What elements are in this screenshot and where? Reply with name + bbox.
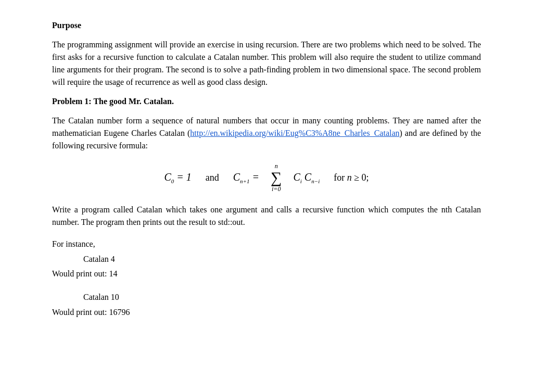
- example1-output: Would print out: 14: [52, 267, 481, 282]
- write-program-paragraph: Write a program called Catalan which tak…: [52, 204, 481, 229]
- purpose-paragraph: The programming assignment will provide …: [52, 39, 481, 88]
- catalan-formula: C0 = 1 and Cn+1 = n ∑ i=0 Ci Cn−i for n …: [52, 162, 481, 193]
- formula-cn1: Cn+1 =: [233, 171, 259, 184]
- catalan-wikipedia-link[interactable]: http://en.wikipedia.org/wiki/Eug%C3%A8ne…: [190, 129, 399, 137]
- example2-output: Would print out: 16796: [52, 305, 481, 320]
- problem1-title: Problem 1: The good Mr. Catalan.: [52, 97, 481, 106]
- purpose-title: Purpose: [52, 21, 481, 30]
- for-instance-label: For instance,: [52, 237, 481, 252]
- formula-ci-cni: Ci Cn−i: [293, 171, 320, 184]
- formula-and: and: [201, 172, 224, 183]
- example2-block: Catalan 10 Would print out: 16796: [52, 290, 481, 320]
- catalan-intro-paragraph: The Catalan number form a sequence of na…: [52, 115, 481, 152]
- example1-input: Catalan 4: [83, 252, 481, 267]
- example2-input: Catalan 10: [83, 290, 481, 305]
- page-content: Purpose The programming assignment will …: [0, 0, 533, 341]
- formula-condition: for n ≥ 0;: [329, 172, 369, 183]
- formula-sigma: n ∑ i=0: [271, 162, 282, 193]
- formula-c0: C0 = 1: [164, 171, 191, 184]
- example-block: For instance, Catalan 4 Would print out:…: [52, 237, 481, 282]
